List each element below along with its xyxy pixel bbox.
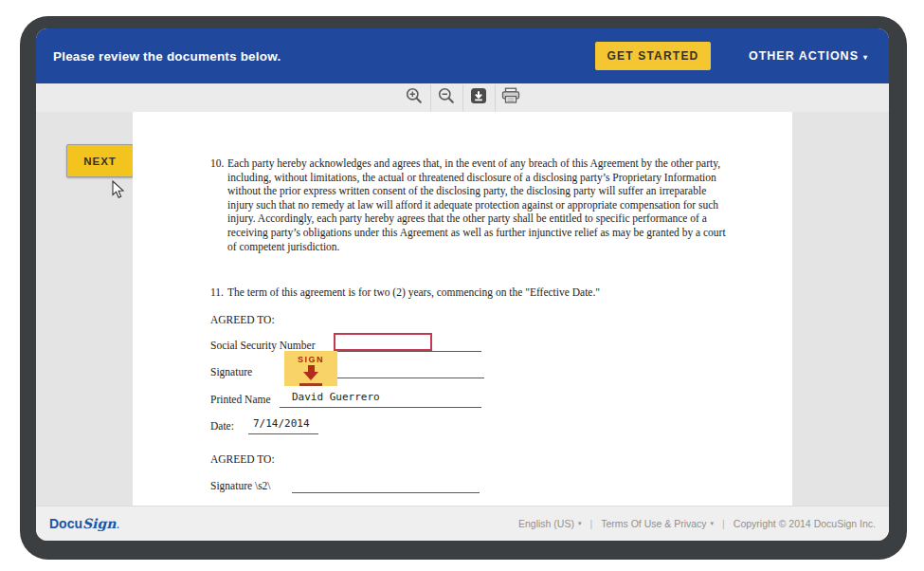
docusign-window: Please review the documents below. GET S…: [36, 28, 889, 541]
terms-label: Terms Of Use & Privacy: [601, 518, 706, 529]
other-actions-label: OTHER ACTIONS: [749, 49, 859, 63]
zoom-in-button[interactable]: [399, 83, 430, 112]
date-value[interactable]: 7/14/2014: [253, 417, 310, 430]
logo-sign: Sign: [82, 516, 116, 531]
chevron-down-icon: ▾: [863, 53, 868, 62]
agreed-to-heading-2: AGREED TO:: [210, 453, 275, 465]
docusign-logo[interactable]: DocuSign.: [49, 516, 119, 531]
footer-bar: DocuSign. English (US) ▾ | Terms Of Use …: [36, 506, 889, 541]
sign-tab-underline: [299, 383, 322, 386]
terms-privacy-link[interactable]: Terms Of Use & Privacy ▾: [601, 518, 714, 529]
document-page: 10. Each party hereby acknowledges and a…: [133, 112, 792, 506]
printed-name-value[interactable]: David Guerrero: [292, 391, 380, 403]
download-icon: [470, 87, 487, 108]
paragraph-11: 11. The term of this agreement is for tw…: [210, 286, 727, 300]
download-button[interactable]: [463, 83, 495, 112]
signature2-underline: [292, 492, 480, 493]
zoom-out-button[interactable]: [431, 83, 462, 112]
sign-arrow-down-icon: [303, 365, 318, 380]
paragraph-number: 11.: [210, 286, 227, 300]
get-started-button[interactable]: GET STARTED: [595, 42, 711, 70]
signature2-label: Signature \s2\: [210, 480, 271, 491]
footer-divider: |: [722, 518, 725, 529]
print-icon: [501, 87, 520, 108]
other-actions-menu[interactable]: OTHER ACTIONS ▾: [749, 49, 868, 63]
paragraph-text: Each party hereby acknowledges and agree…: [227, 157, 727, 253]
sign-tab-label: SIGN: [298, 355, 324, 364]
logo-docu: Docu: [49, 516, 82, 531]
printed-name-underline: [280, 407, 481, 408]
language-label: English (US): [518, 518, 574, 529]
ssn-input-field[interactable]: [334, 333, 432, 351]
footer-links: English (US) ▾ | Terms Of Use & Privacy …: [518, 518, 876, 529]
desktop-background: Please review the documents below. GET S…: [0, 0, 924, 571]
date-label: Date:: [210, 420, 234, 432]
date-underline: [248, 433, 318, 434]
document-toolbar: [36, 83, 889, 112]
signature-label: Signature: [210, 366, 252, 378]
logo-dot: .: [116, 516, 119, 531]
ssn-label: Social Security Number: [210, 340, 316, 351]
zoom-out-icon: [438, 87, 455, 108]
print-button[interactable]: [496, 83, 527, 112]
paragraph-text: The term of this agreement is for two (2…: [227, 286, 727, 300]
paragraph-number: 10.: [210, 157, 227, 253]
printed-name-label: Printed Name: [210, 394, 271, 405]
copyright-text: Copyright © 2014 DocuSign Inc.: [734, 518, 876, 529]
document-viewport: NEXT 10. Each party hereby acknowledges …: [36, 112, 889, 506]
banner-message: Please review the documents below.: [53, 49, 281, 64]
paragraph-10: 10. Each party hereby acknowledges and a…: [210, 157, 727, 253]
review-banner: Please review the documents below. GET S…: [36, 28, 889, 83]
sign-here-tab[interactable]: SIGN: [284, 351, 337, 386]
zoom-in-icon: [406, 87, 423, 108]
ssn-underline: [327, 351, 481, 352]
mouse-cursor-icon: [112, 180, 126, 203]
footer-divider: |: [589, 518, 592, 529]
language-select[interactable]: English (US) ▾: [518, 518, 581, 529]
next-button[interactable]: NEXT: [66, 144, 134, 177]
agreed-to-heading-1: AGREED TO:: [210, 314, 275, 325]
banner-actions: GET STARTED OTHER ACTIONS ▾: [595, 28, 889, 83]
chevron-down-icon: ▾: [578, 520, 582, 527]
chevron-down-icon: ▾: [711, 520, 715, 527]
